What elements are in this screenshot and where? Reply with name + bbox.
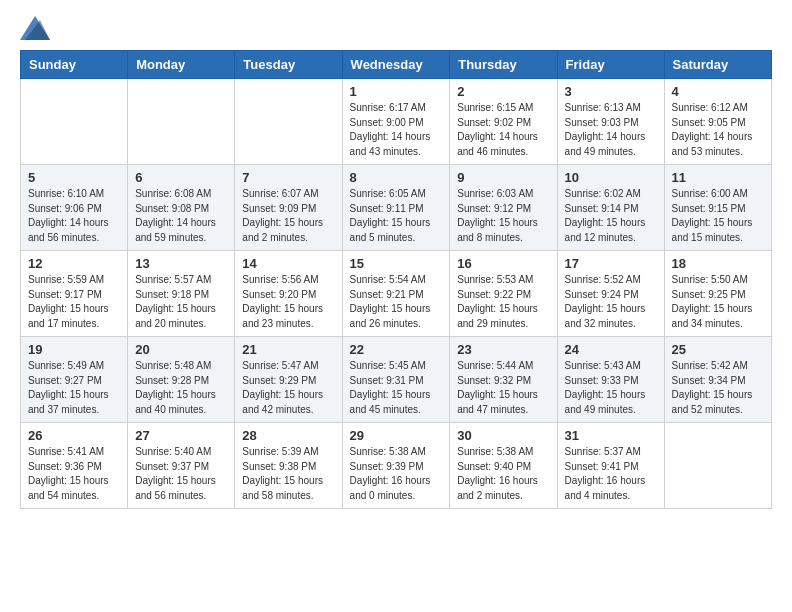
calendar-cell: 31Sunrise: 5:37 AM Sunset: 9:41 PM Dayli… (557, 423, 664, 509)
logo-icon (20, 16, 50, 40)
calendar-cell: 28Sunrise: 5:39 AM Sunset: 9:38 PM Dayli… (235, 423, 342, 509)
day-number: 21 (242, 342, 334, 357)
calendar-cell: 24Sunrise: 5:43 AM Sunset: 9:33 PM Dayli… (557, 337, 664, 423)
calendar-cell: 8Sunrise: 6:05 AM Sunset: 9:11 PM Daylig… (342, 165, 450, 251)
day-info: Sunrise: 5:56 AM Sunset: 9:20 PM Dayligh… (242, 273, 334, 331)
day-info: Sunrise: 5:41 AM Sunset: 9:36 PM Dayligh… (28, 445, 120, 503)
day-number: 25 (672, 342, 764, 357)
day-info: Sunrise: 6:17 AM Sunset: 9:00 PM Dayligh… (350, 101, 443, 159)
calendar-week-row: 26Sunrise: 5:41 AM Sunset: 9:36 PM Dayli… (21, 423, 772, 509)
day-info: Sunrise: 5:59 AM Sunset: 9:17 PM Dayligh… (28, 273, 120, 331)
calendar-cell: 18Sunrise: 5:50 AM Sunset: 9:25 PM Dayli… (664, 251, 771, 337)
calendar-cell: 19Sunrise: 5:49 AM Sunset: 9:27 PM Dayli… (21, 337, 128, 423)
page-container: SundayMondayTuesdayWednesdayThursdayFrid… (20, 16, 772, 509)
day-info: Sunrise: 6:12 AM Sunset: 9:05 PM Dayligh… (672, 101, 764, 159)
day-number: 31 (565, 428, 657, 443)
day-number: 29 (350, 428, 443, 443)
day-info: Sunrise: 6:15 AM Sunset: 9:02 PM Dayligh… (457, 101, 549, 159)
day-info: Sunrise: 5:53 AM Sunset: 9:22 PM Dayligh… (457, 273, 549, 331)
calendar-cell (664, 423, 771, 509)
day-info: Sunrise: 5:52 AM Sunset: 9:24 PM Dayligh… (565, 273, 657, 331)
calendar-cell (21, 79, 128, 165)
calendar-cell: 21Sunrise: 5:47 AM Sunset: 9:29 PM Dayli… (235, 337, 342, 423)
day-info: Sunrise: 5:44 AM Sunset: 9:32 PM Dayligh… (457, 359, 549, 417)
calendar-cell: 26Sunrise: 5:41 AM Sunset: 9:36 PM Dayli… (21, 423, 128, 509)
day-number: 10 (565, 170, 657, 185)
day-info: Sunrise: 6:10 AM Sunset: 9:06 PM Dayligh… (28, 187, 120, 245)
weekday-header-friday: Friday (557, 51, 664, 79)
day-number: 18 (672, 256, 764, 271)
day-number: 11 (672, 170, 764, 185)
weekday-header-wednesday: Wednesday (342, 51, 450, 79)
day-number: 24 (565, 342, 657, 357)
calendar-cell (128, 79, 235, 165)
day-number: 15 (350, 256, 443, 271)
day-info: Sunrise: 5:45 AM Sunset: 9:31 PM Dayligh… (350, 359, 443, 417)
day-number: 12 (28, 256, 120, 271)
logo (20, 16, 54, 40)
calendar-week-row: 19Sunrise: 5:49 AM Sunset: 9:27 PM Dayli… (21, 337, 772, 423)
day-info: Sunrise: 5:37 AM Sunset: 9:41 PM Dayligh… (565, 445, 657, 503)
day-number: 3 (565, 84, 657, 99)
day-info: Sunrise: 5:38 AM Sunset: 9:39 PM Dayligh… (350, 445, 443, 503)
calendar-cell: 5Sunrise: 6:10 AM Sunset: 9:06 PM Daylig… (21, 165, 128, 251)
day-info: Sunrise: 5:54 AM Sunset: 9:21 PM Dayligh… (350, 273, 443, 331)
day-number: 23 (457, 342, 549, 357)
calendar-cell: 27Sunrise: 5:40 AM Sunset: 9:37 PM Dayli… (128, 423, 235, 509)
weekday-header-saturday: Saturday (664, 51, 771, 79)
day-info: Sunrise: 6:02 AM Sunset: 9:14 PM Dayligh… (565, 187, 657, 245)
day-number: 14 (242, 256, 334, 271)
day-info: Sunrise: 5:40 AM Sunset: 9:37 PM Dayligh… (135, 445, 227, 503)
calendar-week-row: 5Sunrise: 6:10 AM Sunset: 9:06 PM Daylig… (21, 165, 772, 251)
calendar-cell: 17Sunrise: 5:52 AM Sunset: 9:24 PM Dayli… (557, 251, 664, 337)
day-number: 30 (457, 428, 549, 443)
day-number: 5 (28, 170, 120, 185)
day-info: Sunrise: 6:08 AM Sunset: 9:08 PM Dayligh… (135, 187, 227, 245)
day-number: 26 (28, 428, 120, 443)
weekday-header-thursday: Thursday (450, 51, 557, 79)
day-info: Sunrise: 6:00 AM Sunset: 9:15 PM Dayligh… (672, 187, 764, 245)
day-number: 7 (242, 170, 334, 185)
calendar-cell: 30Sunrise: 5:38 AM Sunset: 9:40 PM Dayli… (450, 423, 557, 509)
weekday-header-tuesday: Tuesday (235, 51, 342, 79)
calendar-cell: 3Sunrise: 6:13 AM Sunset: 9:03 PM Daylig… (557, 79, 664, 165)
calendar-cell: 11Sunrise: 6:00 AM Sunset: 9:15 PM Dayli… (664, 165, 771, 251)
calendar-cell: 1Sunrise: 6:17 AM Sunset: 9:00 PM Daylig… (342, 79, 450, 165)
day-info: Sunrise: 5:47 AM Sunset: 9:29 PM Dayligh… (242, 359, 334, 417)
day-number: 8 (350, 170, 443, 185)
calendar-cell: 2Sunrise: 6:15 AM Sunset: 9:02 PM Daylig… (450, 79, 557, 165)
calendar-cell: 25Sunrise: 5:42 AM Sunset: 9:34 PM Dayli… (664, 337, 771, 423)
calendar-cell: 22Sunrise: 5:45 AM Sunset: 9:31 PM Dayli… (342, 337, 450, 423)
weekday-header-sunday: Sunday (21, 51, 128, 79)
weekday-header-row: SundayMondayTuesdayWednesdayThursdayFrid… (21, 51, 772, 79)
day-info: Sunrise: 5:48 AM Sunset: 9:28 PM Dayligh… (135, 359, 227, 417)
day-number: 6 (135, 170, 227, 185)
day-number: 2 (457, 84, 549, 99)
weekday-header-monday: Monday (128, 51, 235, 79)
day-info: Sunrise: 6:05 AM Sunset: 9:11 PM Dayligh… (350, 187, 443, 245)
day-number: 9 (457, 170, 549, 185)
calendar-cell: 9Sunrise: 6:03 AM Sunset: 9:12 PM Daylig… (450, 165, 557, 251)
day-number: 1 (350, 84, 443, 99)
calendar-cell: 15Sunrise: 5:54 AM Sunset: 9:21 PM Dayli… (342, 251, 450, 337)
day-info: Sunrise: 5:38 AM Sunset: 9:40 PM Dayligh… (457, 445, 549, 503)
day-info: Sunrise: 6:13 AM Sunset: 9:03 PM Dayligh… (565, 101, 657, 159)
calendar-cell: 20Sunrise: 5:48 AM Sunset: 9:28 PM Dayli… (128, 337, 235, 423)
day-number: 13 (135, 256, 227, 271)
calendar-cell: 12Sunrise: 5:59 AM Sunset: 9:17 PM Dayli… (21, 251, 128, 337)
calendar-week-row: 12Sunrise: 5:59 AM Sunset: 9:17 PM Dayli… (21, 251, 772, 337)
day-info: Sunrise: 5:43 AM Sunset: 9:33 PM Dayligh… (565, 359, 657, 417)
day-number: 20 (135, 342, 227, 357)
day-number: 19 (28, 342, 120, 357)
day-info: Sunrise: 5:57 AM Sunset: 9:18 PM Dayligh… (135, 273, 227, 331)
day-number: 28 (242, 428, 334, 443)
calendar-cell: 14Sunrise: 5:56 AM Sunset: 9:20 PM Dayli… (235, 251, 342, 337)
day-info: Sunrise: 5:49 AM Sunset: 9:27 PM Dayligh… (28, 359, 120, 417)
calendar-cell: 4Sunrise: 6:12 AM Sunset: 9:05 PM Daylig… (664, 79, 771, 165)
calendar-cell: 10Sunrise: 6:02 AM Sunset: 9:14 PM Dayli… (557, 165, 664, 251)
calendar-table: SundayMondayTuesdayWednesdayThursdayFrid… (20, 50, 772, 509)
day-number: 4 (672, 84, 764, 99)
calendar-cell: 29Sunrise: 5:38 AM Sunset: 9:39 PM Dayli… (342, 423, 450, 509)
day-info: Sunrise: 6:03 AM Sunset: 9:12 PM Dayligh… (457, 187, 549, 245)
day-info: Sunrise: 5:39 AM Sunset: 9:38 PM Dayligh… (242, 445, 334, 503)
